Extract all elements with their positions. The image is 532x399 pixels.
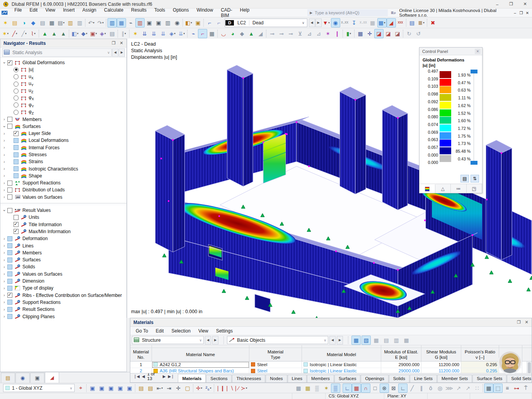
save-copy-icon[interactable]: ▤ xyxy=(38,18,47,27)
group-prev-button[interactable]: ◀ xyxy=(205,336,211,344)
column-header[interactable]: Poisson's Ratio ν [--] xyxy=(461,348,499,361)
frame-pick-icon[interactable]: ▢ xyxy=(183,384,192,393)
radio-button[interactable] xyxy=(14,67,19,72)
expand-icon[interactable]: › xyxy=(1,167,7,171)
results-item-distribution-of-loads[interactable]: ›Distribution of Loads xyxy=(1,186,126,193)
checkbox[interactable] xyxy=(7,236,12,241)
tab-views[interactable]: ◉ xyxy=(15,373,30,383)
table-tab-openings[interactable]: Openings xyxy=(361,375,388,382)
grid-points-icon[interactable]: ▒ xyxy=(312,384,322,393)
table-export-icon[interactable]: ▥ xyxy=(392,336,401,345)
division-icon[interactable]: ⊿ xyxy=(305,29,314,38)
expand-icon[interactable]: › xyxy=(1,286,7,290)
diagram-icon[interactable]: ⌁ xyxy=(126,18,135,27)
materials-close-button[interactable]: ✕ xyxy=(523,320,530,325)
surface-load-icon[interactable]: ⇊ xyxy=(159,29,168,38)
coordinate-system-select[interactable]: 1 - Global XYZ ∨ xyxy=(3,384,75,392)
smooth-contours-icon[interactable]: ◢ xyxy=(387,18,396,27)
table-tab-solid-sets[interactable]: Solid Sets xyxy=(507,375,532,382)
checkbox[interactable] xyxy=(7,307,12,312)
first-page-button[interactable]: ❘◀ xyxy=(133,374,140,379)
checkbox[interactable] xyxy=(7,194,12,200)
layers-icon[interactable]: ≡ xyxy=(503,384,512,393)
display-item-result-sections[interactable]: ›Result Sections xyxy=(1,306,126,313)
doc-close-button[interactable]: ✕ xyxy=(524,11,530,15)
clear-results-icon[interactable]: ✖ xyxy=(428,18,438,27)
edit-box-icon[interactable]: ▣ xyxy=(193,18,203,27)
table-row[interactable]: 2A36 (HR Structural Shapes and Bars)Stee… xyxy=(130,368,532,373)
checkbox[interactable] xyxy=(14,215,19,220)
work-plane-icon[interactable]: ⌖ xyxy=(76,384,85,393)
tab-camera[interactable]: ▣ xyxy=(30,373,44,383)
expand-icon[interactable]: › xyxy=(1,237,7,241)
results-item-local-deformations[interactable]: ›Local Deformations xyxy=(1,137,126,144)
open-file-icon[interactable]: ▤ xyxy=(10,18,19,27)
snap-line-icon[interactable]: ╱ xyxy=(408,384,417,393)
snap-tangent-icon[interactable]: ō xyxy=(426,384,435,393)
sc-table-icon[interactable]: ▣ xyxy=(154,18,163,27)
expand-icon[interactable]: › xyxy=(1,131,7,136)
angle-icon[interactable]: ≻▾ xyxy=(239,384,249,393)
last-page-button[interactable]: ▶❘ xyxy=(168,374,174,379)
analysis-next-button[interactable]: ▶ xyxy=(119,48,125,57)
ghost-structure-icon[interactable]: ▦ xyxy=(368,18,377,27)
scale-slider-track[interactable] xyxy=(474,70,474,164)
checkbox[interactable] xyxy=(14,131,19,136)
checkbox[interactable] xyxy=(7,250,12,255)
radio-button[interactable] xyxy=(14,82,19,87)
next-page-button[interactable]: ▶ xyxy=(163,374,166,379)
table-grid-icon[interactable]: ▦ xyxy=(117,18,126,27)
section-box-icon[interactable]: ▤ xyxy=(107,29,117,38)
ortho-icon[interactable]: ∟ xyxy=(343,384,352,393)
rotate-icon[interactable]: ▣ xyxy=(97,384,106,393)
line-load-icon[interactable]: ⇊ xyxy=(149,29,159,38)
tab-navigator[interactable]: ▤ xyxy=(1,373,15,383)
display-item-dimension[interactable]: ›Dimension xyxy=(1,278,126,285)
results-item-layer-side[interactable]: ›Layer Side xyxy=(1,130,126,137)
magnet-icon[interactable]: ∩ xyxy=(361,384,370,393)
materials-menu-go-to[interactable]: Go To xyxy=(133,327,153,334)
move-icon[interactable]: ▣ xyxy=(88,384,97,393)
snap-dots-icon[interactable]: ∷ xyxy=(472,384,482,393)
table-tab-sections[interactable]: Sections xyxy=(206,375,232,382)
checkbox[interactable] xyxy=(7,264,12,269)
checkbox[interactable] xyxy=(14,159,19,164)
sel-marquee-icon[interactable]: ⬚ xyxy=(493,384,503,393)
pin-drop-icon[interactable]: ❙ xyxy=(332,29,342,38)
select-mode-icon[interactable]: ▤ xyxy=(146,384,155,393)
tab-results[interactable]: ◢ xyxy=(45,372,59,383)
tables-icon[interactable]: ▥ xyxy=(107,18,117,27)
checkbox[interactable] xyxy=(14,152,19,157)
materials-menu-edit[interactable]: Edit xyxy=(153,327,169,334)
cell-material-name[interactable]: A36 (HR Structural Shapes and Bars) xyxy=(152,368,249,373)
scale-slider-bottom-handle[interactable] xyxy=(471,161,477,165)
snap-node-icon[interactable]: ✛▾ xyxy=(194,384,204,393)
result-settings-icon[interactable]: ▤ xyxy=(408,18,417,27)
radio-button[interactable] xyxy=(14,110,19,115)
navigator-float-button[interactable]: ❐ xyxy=(110,41,117,46)
new-solid-icon[interactable]: ◆▾ xyxy=(80,29,89,38)
solid-results-icon[interactable]: ◆ xyxy=(237,29,247,38)
magic-wand-icon[interactable]: ✶ xyxy=(323,29,332,38)
printout-report-icon[interactable]: ▥ xyxy=(66,18,75,27)
dim-x-icon[interactable]: ⇤▾ xyxy=(155,384,164,393)
sel-grid-icon[interactable]: ▦ xyxy=(484,384,493,393)
deformation-icon[interactable]: ◢ xyxy=(256,29,265,38)
console-icon[interactable]: ▣ xyxy=(145,18,154,27)
load-case-prev-button[interactable]: ◀ xyxy=(309,19,315,27)
checkbox[interactable] xyxy=(14,166,19,171)
redo-icon[interactable]: ↷▾ xyxy=(96,18,105,27)
guide-line1-icon[interactable]: ⌐ xyxy=(205,18,214,27)
snap-cross-icon[interactable]: ⊗ xyxy=(380,384,389,393)
member-load-icon[interactable]: ⇊ xyxy=(140,29,149,38)
column-header[interactable]: Shear Modulus G [ksi] xyxy=(421,348,461,361)
expand-icon[interactable]: › xyxy=(1,153,7,157)
checkbox[interactable] xyxy=(7,181,12,186)
results-item-strains[interactable]: ›Strains xyxy=(1,158,126,165)
project-icon[interactable]: ▣ xyxy=(116,384,125,393)
select-in-model-icon[interactable]: ▧ xyxy=(361,336,371,345)
results-item-u[interactable]: |u| xyxy=(1,66,126,73)
expand-icon[interactable]: › xyxy=(1,272,7,276)
table-tab-thicknesses[interactable]: Thicknesses xyxy=(232,375,265,382)
table-tab-surface-sets[interactable]: Surface Sets xyxy=(472,375,506,382)
